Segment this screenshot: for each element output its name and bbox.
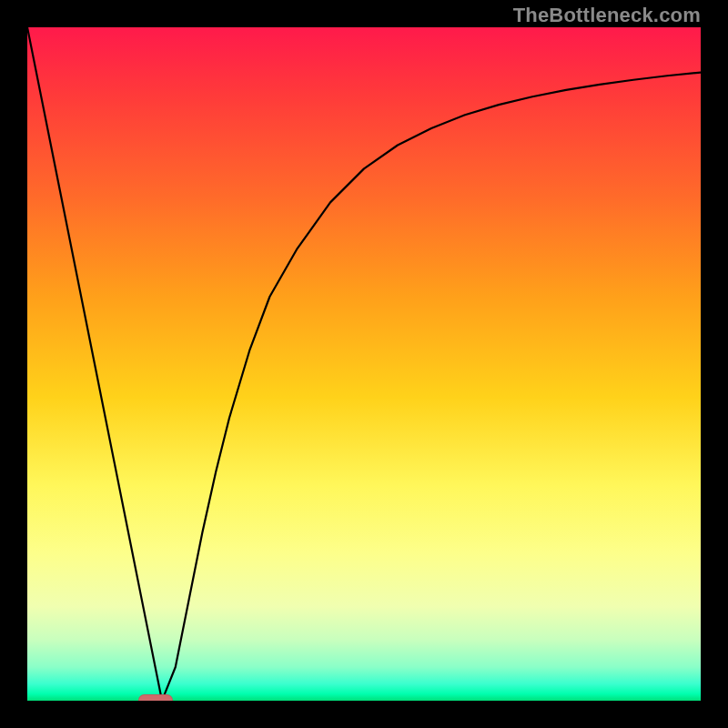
plot-area xyxy=(27,27,701,701)
bottleneck-curve xyxy=(27,27,701,701)
watermark-text: TheBottleneck.com xyxy=(513,5,701,25)
chart-frame: TheBottleneck.com xyxy=(0,0,728,728)
optimal-marker xyxy=(138,694,173,701)
